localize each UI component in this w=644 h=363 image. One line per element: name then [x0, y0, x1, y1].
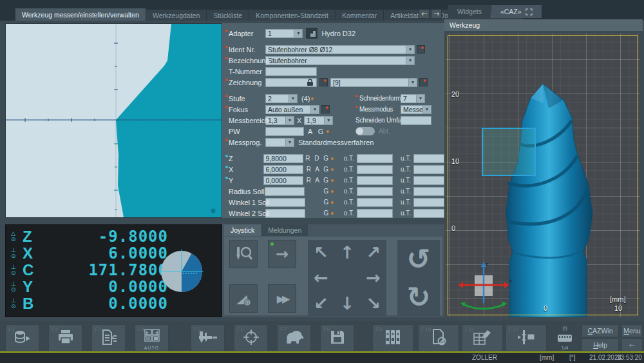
f8-save-button[interactable]: F8 [320, 324, 354, 351]
move-up-left-button[interactable]: ↖ [308, 240, 334, 265]
f2-print-button[interactable]: F2 [48, 324, 82, 351]
schneidenform-select[interactable]: 7 ▾ [401, 94, 425, 103]
move-right-button[interactable]: → [360, 265, 386, 290]
f7-elephant-button[interactable]: F7 [277, 324, 311, 351]
tab-scroll-left-icon[interactable]: ← [419, 9, 430, 19]
fokus-flag-button[interactable] [321, 105, 330, 113]
tab-meldungen[interactable]: Meldungen [261, 224, 308, 236]
stufe-select[interactable]: 2 ▾ [265, 94, 298, 103]
move-down-button[interactable]: ↓ [334, 291, 361, 316]
tab-stueckliste[interactable]: Stückliste [207, 10, 249, 21]
radius-soll-input[interactable] [265, 187, 305, 196]
step-forward-button[interactable]: → [268, 240, 296, 268]
ident-flag-button[interactable] [417, 45, 425, 54]
f5-caliper-button[interactable]: F5 [191, 324, 225, 351]
chevron-down-icon[interactable]: ▾ [416, 95, 424, 103]
f10-discard-button[interactable]: F10 [418, 324, 459, 351]
adapter-icon [306, 28, 317, 39]
fast-forward-button[interactable]: ▶▶ [268, 284, 296, 313]
move-left-button[interactable]: ← [308, 265, 334, 290]
f9-archive-button[interactable]: F9 [372, 324, 413, 351]
radius-flags: G [305, 188, 330, 195]
tab-kommentar[interactable]: Kommentar [336, 10, 384, 21]
chevron-down-icon[interactable]: ▾ [285, 117, 294, 124]
f11-edit-table-button[interactable]: F11 [462, 324, 503, 351]
chevron-down-icon[interactable]: ▾ [408, 79, 417, 86]
zeichnung-flag-button[interactable] [319, 78, 328, 86]
move-down-right-button[interactable]: ↘ [360, 291, 386, 316]
function-key-toolbar: F1 F2 F3 F4 [0, 321, 644, 352]
messbereich-y-select[interactable]: 1,9 ▾ [304, 116, 333, 125]
tnummer-input[interactable] [265, 67, 317, 76]
tab-widgets[interactable]: Widgets [448, 5, 491, 18]
cazwin-button[interactable]: CAZWin [582, 324, 619, 337]
f4-view-layout-button[interactable]: F4 AUTO [135, 324, 169, 351]
z-soll-input[interactable] [263, 154, 303, 163]
measure-inspect-button[interactable] [229, 240, 258, 268]
3d-tool-viewport[interactable]: xz 20 10 0 0 [mm] 10 [446, 34, 640, 317]
chevron-down-icon[interactable]: ▾ [422, 106, 431, 113]
f12-probe-settings-button[interactable]: F12 [506, 324, 547, 351]
radius-ut-input[interactable] [413, 187, 444, 196]
z-ot-input[interactable] [357, 154, 393, 163]
schneiden-umfang-input[interactable] [401, 116, 431, 125]
winkel2-soll-label: Winkel 2 Soll [229, 210, 270, 217]
chevron-down-icon[interactable]: ▾ [406, 57, 414, 64]
tool-reference-button[interactable] [229, 284, 258, 313]
adapter-select[interactable]: 1 ▾ [265, 29, 303, 38]
z-ut-input[interactable] [413, 154, 444, 163]
messbereich-x-select[interactable]: 1,3 ▾ [265, 116, 294, 125]
winkel2-ot-input[interactable] [357, 209, 393, 218]
abt-toggle[interactable] [355, 127, 375, 135]
rotate-ccw-button[interactable]: ↺ [407, 245, 431, 273]
f6-crosshair-button[interactable]: F6 [234, 324, 268, 351]
x-ot-input[interactable] [357, 165, 393, 174]
keyboard-icon[interactable] [558, 335, 572, 342]
y-ot-input[interactable] [357, 176, 393, 185]
messmodus-select[interactable]: Messen f ▾ [401, 105, 431, 114]
stufe-count: (4) [301, 95, 310, 103]
move-up-button[interactable]: ↑ [334, 240, 361, 265]
rotate-cw-button[interactable]: ↻ [407, 283, 431, 311]
chevron-down-icon[interactable]: ▾ [294, 30, 302, 37]
x-ut-input[interactable] [413, 165, 444, 174]
chevron-down-icon[interactable]: ▾ [285, 139, 294, 146]
messprog-select[interactable]: ▾ [265, 138, 294, 147]
winkel1-ot-input[interactable] [357, 198, 393, 207]
chevron-down-icon[interactable]: ▾ [310, 106, 319, 113]
radius-ot-input[interactable] [357, 187, 393, 196]
ot-label: o.T. [344, 199, 354, 206]
bezeichnung-combobox[interactable]: Stufenbohrer ▾ [265, 56, 415, 65]
zeichnung-option-select[interactable]: [9] ▾ [330, 78, 417, 87]
y-ut-input[interactable] [413, 176, 444, 185]
tab-caz[interactable]: «CAZ» [491, 5, 542, 18]
expand-icon [526, 8, 533, 15]
y-soll-label: Y [229, 177, 233, 184]
winkel2-soll-input[interactable] [265, 209, 305, 218]
ident-combobox[interactable]: Stufenbohrer Ø8 Ø12 ▾ [265, 45, 415, 54]
x-soll-input[interactable] [263, 165, 303, 174]
fokus-select[interactable]: Auto außen ▾ [265, 105, 319, 114]
chevron-down-icon[interactable]: ▾ [406, 46, 414, 54]
winkel2-ut-input[interactable] [413, 209, 444, 218]
tab-komponenten-standzeit[interactable]: Komponenten-Standzeit [249, 10, 336, 21]
binders-icon [384, 329, 401, 348]
move-up-right-button[interactable]: ↗ [360, 240, 386, 265]
winkel1-ut-input[interactable] [413, 198, 444, 207]
zeichnung-flag-button-2[interactable] [419, 78, 428, 86]
pw-input[interactable] [265, 127, 304, 136]
chevron-down-icon[interactable]: ▾ [324, 117, 332, 124]
help-button[interactable]: Help [582, 338, 619, 351]
f3-report-button[interactable]: F3 [91, 324, 126, 351]
tab-joystick[interactable]: Joystick [224, 224, 261, 236]
winkel1-soll-input[interactable] [265, 198, 305, 207]
menu-button[interactable]: Menu [621, 324, 643, 337]
tab-werkzeugdaten[interactable]: Werkzeugdaten [146, 10, 207, 21]
chevron-down-icon[interactable]: ▾ [289, 95, 297, 103]
tab-werkzeug-messen[interactable]: Werkzeug messen/einstellen/verwalten [15, 8, 146, 21]
move-down-left-button[interactable]: ↙ [308, 291, 334, 316]
y-soll-input[interactable] [263, 176, 303, 185]
tab-scroll-right-icon[interactable]: → [431, 9, 442, 19]
f1-send-button[interactable]: F1 [5, 324, 39, 351]
back-button[interactable]: ← [621, 338, 643, 351]
